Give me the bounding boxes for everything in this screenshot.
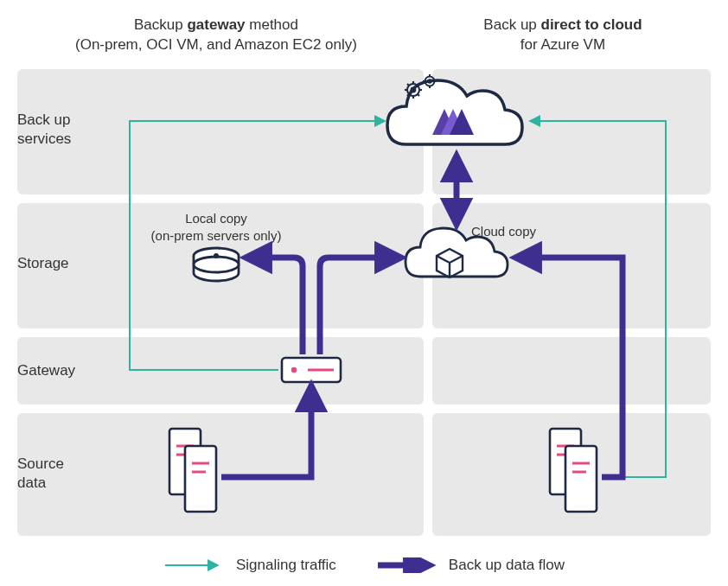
header-left-prefix: Backup bbox=[134, 16, 187, 33]
legend: Signaling traffic Back up data flow bbox=[0, 557, 728, 574]
row-label-storage: Storage bbox=[17, 254, 69, 273]
header-right: Back up direct to cloud for Azure VM bbox=[415, 16, 711, 55]
panel-storage-right bbox=[432, 203, 711, 328]
header-right-prefix: Back up bbox=[483, 16, 540, 33]
diagram-stage: Backup gateway method (On-prem, OCI VM, … bbox=[0, 0, 728, 586]
legend-dataflow-arrow-icon bbox=[376, 557, 437, 573]
panel-gateway-right bbox=[432, 337, 711, 404]
row-storage bbox=[17, 203, 711, 328]
local-copy-line2: (on-prem servers only) bbox=[151, 228, 282, 243]
row-label-gateway: Gateway bbox=[17, 361, 75, 380]
legend-signaling: Signaling traffic bbox=[163, 557, 336, 574]
row-label-services: Back up services bbox=[17, 111, 95, 149]
legend-dataflow: Back up data flow bbox=[376, 557, 565, 574]
legend-signaling-label: Signaling traffic bbox=[236, 557, 336, 574]
row-services bbox=[17, 69, 711, 194]
header-right-bold: direct to cloud bbox=[541, 16, 642, 33]
column-headers: Backup gateway method (On-prem, OCI VM, … bbox=[0, 16, 728, 55]
header-right-sub: for Azure VM bbox=[520, 36, 605, 53]
header-left-sub: (On-prem, OCI VM, and Amazon EC2 only) bbox=[75, 36, 357, 53]
header-left: Backup gateway method (On-prem, OCI VM, … bbox=[0, 16, 415, 55]
legend-dataflow-label: Back up data flow bbox=[449, 557, 565, 574]
panel-source-right bbox=[432, 413, 711, 536]
row-label-source: Source data bbox=[17, 455, 95, 493]
panel-services-right bbox=[432, 69, 711, 194]
header-left-suffix: method bbox=[246, 16, 298, 33]
header-left-bold: gateway bbox=[187, 16, 245, 33]
local-copy-line1: Local copy bbox=[185, 211, 247, 226]
row-source bbox=[17, 413, 711, 536]
annotation-local-copy: Local copy (on-prem servers only) bbox=[138, 210, 294, 244]
legend-signaling-arrow-icon bbox=[163, 558, 224, 572]
row-gateway bbox=[17, 337, 711, 404]
annotation-cloud-copy: Cloud copy bbox=[471, 223, 575, 240]
panel-gateway-left bbox=[17, 337, 424, 404]
